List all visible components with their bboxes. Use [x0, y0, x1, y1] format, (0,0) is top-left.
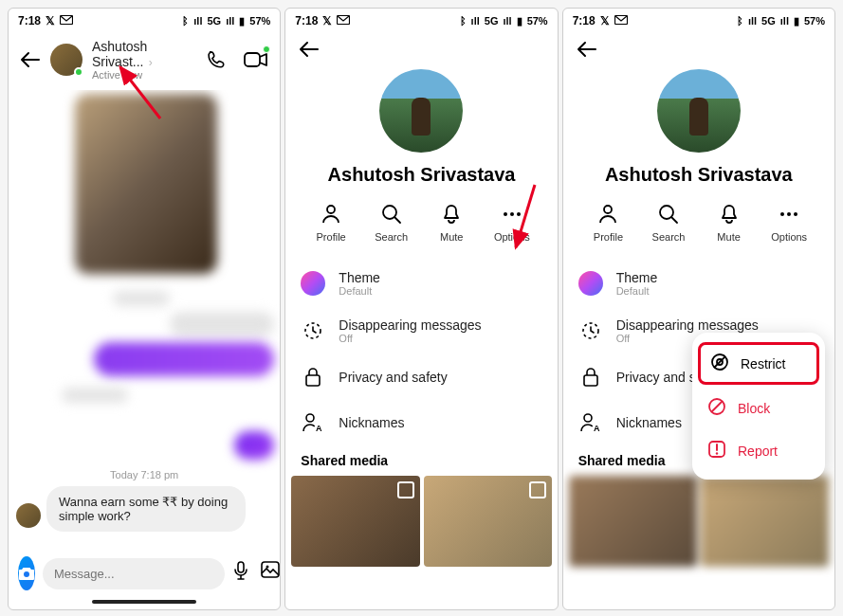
- svg-rect-18: [306, 375, 320, 386]
- contact-title[interactable]: Ashutosh Srivast... › Active now: [92, 39, 194, 81]
- chat-header: Ashutosh Srivast... › Active now: [9, 29, 280, 90]
- status-time: 7:18: [18, 14, 41, 27]
- shared-media-title: Shared media: [285, 445, 557, 476]
- online-indicator: [263, 45, 270, 53]
- contact-avatar[interactable]: [50, 44, 82, 76]
- svg-point-27: [794, 212, 797, 216]
- setting-disappearing[interactable]: Disappearing messagesOff: [301, 307, 541, 354]
- timer-icon: [301, 318, 325, 343]
- message-input-bar: [9, 549, 280, 596]
- popup-restrict[interactable]: Restrict: [698, 342, 819, 385]
- contact-name: Ashutosh Srivast...: [92, 39, 147, 69]
- setting-title: Theme: [339, 270, 380, 285]
- profile-actions: Profile Search Mute Options: [285, 203, 557, 260]
- svg-point-39: [716, 452, 718, 454]
- svg-text:A: A: [594, 424, 600, 433]
- back-button[interactable]: [20, 49, 41, 70]
- setting-subtitle: Default: [339, 285, 380, 297]
- x-icon: 𝕏: [600, 14, 610, 27]
- media-item[interactable]: [701, 476, 829, 567]
- setting-title: Disappearing messages: [339, 317, 481, 333]
- svg-point-30: [584, 414, 592, 422]
- action-label: Options: [771, 231, 807, 243]
- message-avatar[interactable]: [16, 503, 41, 528]
- signal-icon-2: ıll: [780, 15, 789, 27]
- popup-label: Restrict: [741, 356, 785, 371]
- profile-avatar[interactable]: [379, 69, 463, 153]
- signal-icon-2: ıll: [503, 15, 511, 27]
- media-item[interactable]: [569, 476, 697, 567]
- bluetooth-icon: ᛒ: [737, 15, 743, 27]
- popup-block[interactable]: Block: [692, 387, 825, 429]
- setting-nicknames[interactable]: A Nicknames: [301, 400, 541, 445]
- popup-report[interactable]: Report: [692, 429, 825, 472]
- options-popup: Restrict Block Report: [692, 333, 825, 480]
- profile-avatar[interactable]: [657, 69, 741, 153]
- profile-actions: Profile Search Mute Options: [563, 203, 834, 260]
- profile-action-profile[interactable]: Profile: [302, 203, 359, 243]
- setting-subtitle: Default: [616, 285, 658, 297]
- svg-line-34: [714, 356, 725, 368]
- person-a-icon: A: [301, 410, 325, 435]
- setting-subtitle: Off: [339, 333, 481, 344]
- online-indicator: [74, 67, 83, 77]
- status-bar: 7:18 𝕏 ᛒ ıll 5G ıll ▮57%: [563, 9, 834, 29]
- profile-action-search[interactable]: Search: [640, 203, 697, 243]
- network-label: 5G: [761, 15, 776, 27]
- contact-status: Active now: [92, 69, 194, 81]
- message-image-blurred: [75, 94, 217, 274]
- action-label: Profile: [317, 231, 346, 243]
- svg-point-12: [327, 206, 335, 213]
- battery-pct: 57%: [527, 15, 548, 27]
- theme-icon: [578, 271, 603, 296]
- signal-icon: ıll: [748, 15, 757, 27]
- profile-action-mute[interactable]: Mute: [701, 203, 758, 243]
- mic-icon[interactable]: [232, 561, 249, 586]
- video-call-button[interactable]: [244, 47, 268, 72]
- shared-media-row: [285, 476, 557, 567]
- mail-icon: [60, 14, 73, 27]
- svg-point-19: [306, 414, 314, 422]
- setting-title: Theme: [616, 270, 658, 285]
- message-blurred: [62, 388, 128, 403]
- chat-screen: 7:18 𝕏 ᛒ ıll 5G ıll ▮57% Ashutosh Srivas…: [8, 8, 281, 610]
- chat-body[interactable]: Today 7:18 pm Wanna earn some ₹₹ by doin…: [9, 90, 280, 549]
- setting-theme[interactable]: ThemeDefault: [578, 260, 819, 307]
- message-blurred: [113, 291, 170, 306]
- setting-title: Disappearing messages: [616, 317, 759, 333]
- profile-action-search[interactable]: Search: [363, 203, 420, 243]
- theme-icon: [301, 271, 325, 296]
- setting-privacy[interactable]: Privacy and safety: [301, 354, 541, 400]
- back-button[interactable]: [299, 39, 320, 60]
- media-item[interactable]: [424, 476, 552, 567]
- profile-action-profile[interactable]: Profile: [579, 203, 636, 243]
- call-button[interactable]: [204, 47, 229, 72]
- profile-action-options[interactable]: Options: [761, 203, 817, 243]
- lock-icon: [578, 365, 603, 390]
- message-input[interactable]: [43, 558, 225, 589]
- profile-action-options[interactable]: Options: [484, 203, 541, 243]
- svg-point-23: [604, 206, 612, 213]
- svg-line-36: [711, 402, 722, 412]
- battery-icon: ▮: [239, 15, 245, 27]
- camera-button[interactable]: [18, 556, 35, 590]
- status-time: 7:18: [573, 14, 596, 27]
- svg-rect-4: [262, 562, 279, 577]
- svg-rect-3: [238, 562, 244, 572]
- profile-name: Ashutosh Srivastava: [563, 164, 834, 186]
- home-indicator[interactable]: [92, 600, 196, 604]
- profile-action-mute[interactable]: Mute: [423, 203, 480, 243]
- x-icon: 𝕏: [322, 14, 332, 27]
- setting-title: Nicknames: [339, 415, 404, 430]
- network-label: 5G: [207, 15, 221, 27]
- profile-screen-options: 7:18 𝕏 ᛒ ıll 5G ıll ▮57% Ashutosh Srivas…: [562, 8, 835, 610]
- message-bubble[interactable]: Wanna earn some ₹₹ by doing simple work?: [46, 486, 246, 532]
- media-item[interactable]: [291, 476, 419, 567]
- shared-media-row: [563, 476, 834, 567]
- setting-theme[interactable]: ThemeDefault: [301, 260, 541, 307]
- back-button[interactable]: [577, 39, 597, 60]
- status-bar: 7:18 𝕏 ᛒ ıll 5G ıll ▮57%: [285, 9, 557, 29]
- popup-label: Report: [738, 444, 778, 459]
- gallery-icon[interactable]: [261, 561, 280, 586]
- action-label: Search: [652, 231, 686, 243]
